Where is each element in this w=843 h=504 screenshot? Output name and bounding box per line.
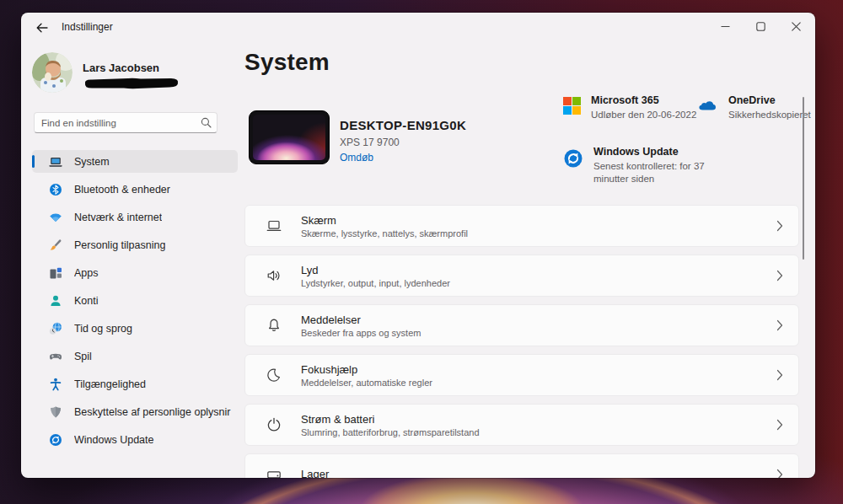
sidebar-item-label: Spil [74, 351, 92, 362]
row-title: Skærm [301, 214, 758, 227]
chevron-right-icon [776, 419, 783, 431]
settings-window: Indstillinger [21, 13, 815, 478]
close-icon [792, 22, 801, 31]
titlebar: Indstillinger [21, 13, 815, 43]
sidebar-item-accounts[interactable]: Konti [32, 289, 238, 312]
row-power-battery[interactable]: Strøm & batteriSlumring, batteriforbrug,… [244, 404, 799, 446]
chevron-right-icon [776, 220, 783, 232]
sidebar-item-label: System [74, 156, 110, 168]
row-subtitle: Slumring, batteriforbrug, strømsparetils… [301, 427, 758, 437]
bluetooth-icon [49, 183, 62, 196]
microsoft-365-card[interactable]: Microsoft 365 Udløber den 20-06-2022 [563, 94, 702, 121]
card-subtitle: Senest kontrolleret: for 37 minutter sid… [593, 160, 711, 185]
storage-icon [266, 466, 282, 478]
row-focus-assist[interactable]: FokushjælpMeddelelser, automatiske regle… [244, 354, 799, 396]
redacted-email [82, 78, 181, 89]
system-laptop-icon [49, 155, 62, 169]
row-title: Meddelelser [301, 314, 758, 326]
card-title: OneDrive [728, 94, 811, 106]
row-notifications[interactable]: MeddelelserBeskeder fra apps og system [244, 304, 799, 346]
sidebar-item-privacy[interactable]: Beskyttelse af personlige oplysnir [32, 400, 238, 423]
microsoft-logo [563, 97, 581, 115]
sidebar-item-personalization[interactable]: Personlig tilpasning [32, 233, 238, 256]
sidebar-item-label: Tilgængelighed [74, 378, 146, 390]
card-title: Microsoft 365 [591, 94, 696, 106]
profile-name: Lars Jacobsen [83, 62, 159, 74]
row-display[interactable]: SkærmSkærme, lysstyrke, nattelys, skærmp… [244, 205, 799, 247]
sidebar-item-time-language[interactable]: Tid og sprog [32, 317, 238, 340]
update-icon [49, 433, 62, 447]
shield-icon [49, 405, 62, 419]
device-name: DESKTOP-EN91G0K [340, 118, 466, 132]
rename-link[interactable]: Omdøb [340, 152, 373, 164]
chevron-right-icon [776, 469, 783, 478]
sidebar-item-accessibility[interactable]: Tilgængelighed [32, 373, 238, 395]
gamepad-icon [49, 350, 62, 363]
device-thumbnail [249, 110, 330, 164]
sidebar-item-label: Apps [74, 267, 99, 279]
sidebar-item-label: Personlig tilpasning [74, 239, 165, 251]
windows-update-icon [563, 148, 583, 169]
window-title: Indstillinger [62, 21, 113, 33]
sidebar-item-label: Netværk & internet [74, 212, 162, 223]
row-subtitle: Meddelelser, automatiske regler [301, 378, 758, 388]
sidebar-item-network[interactable]: Netværk & internet [32, 206, 238, 228]
display-icon [266, 217, 282, 234]
sidebar-item-windows-update[interactable]: Windows Update [32, 428, 238, 451]
search-icon [195, 117, 217, 128]
bell-icon [266, 317, 282, 334]
back-arrow-icon [35, 21, 49, 35]
paintbrush-icon [49, 239, 62, 252]
scrollbar[interactable] [803, 97, 804, 260]
person-icon [49, 294, 62, 308]
sidebar-item-label: Tid og sprog [74, 323, 132, 335]
sidebar-item-label: Beskyttelse af personlige oplysnir [74, 406, 231, 418]
chevron-right-icon [776, 319, 783, 331]
close-button[interactable] [778, 13, 813, 40]
avatar-photo [32, 52, 72, 93]
onedrive-card[interactable]: OneDrive Sikkerhedskopieret [696, 94, 814, 121]
chevron-right-icon [776, 270, 783, 281]
card-title: Windows Update [593, 146, 711, 158]
sidebar: Lars Jacobsen System Bluetooth & enheder [21, 43, 244, 478]
chevron-right-icon [776, 369, 783, 381]
sidebar-item-label: Konti [74, 295, 99, 307]
maximize-button[interactable] [743, 13, 778, 40]
row-sound[interactable]: LydLydstyrker, output, input, lydenheder [244, 255, 799, 297]
apps-grid-icon [49, 266, 62, 280]
search-box [34, 112, 217, 133]
back-button[interactable] [30, 16, 55, 40]
sidebar-nav: System Bluetooth & enheder Netværk & int… [32, 150, 238, 451]
speaker-icon [266, 267, 282, 284]
desktop-wallpaper: { "window": { "title": "Indstillinger", … [0, 0, 843, 504]
active-indicator [32, 155, 35, 168]
wifi-icon [49, 211, 62, 224]
globe-clock-icon [49, 322, 62, 335]
row-storage[interactable]: Lager [244, 453, 799, 478]
minimize-button[interactable] [707, 13, 743, 40]
moon-icon [266, 367, 282, 383]
row-subtitle: Skærme, lysstyrke, nattelys, skærmprofil [301, 228, 758, 239]
minimize-icon [721, 22, 730, 31]
sidebar-item-apps[interactable]: Apps [32, 261, 238, 284]
maximize-icon [756, 22, 765, 31]
sidebar-item-label: Windows Update [74, 434, 154, 446]
row-title: Lyd [301, 264, 758, 276]
row-title: Lager [301, 468, 758, 479]
search-input[interactable] [35, 118, 195, 128]
row-subtitle: Lydstyrker, output, input, lydenheder [301, 278, 758, 288]
avatar[interactable] [32, 52, 72, 93]
windows-update-card[interactable]: Windows Update Senest kontrolleret: for … [563, 146, 711, 185]
row-title: Fokushjælp [301, 363, 758, 376]
power-icon [266, 416, 282, 433]
sidebar-item-system[interactable]: System [32, 150, 238, 173]
page-title: System [244, 49, 330, 76]
settings-list: SkærmSkærme, lysstyrke, nattelys, skærmp… [244, 205, 799, 478]
onedrive-cloud-icon [696, 97, 718, 111]
card-subtitle: Udløber den 20-06-2022 [591, 109, 696, 121]
sidebar-item-bluetooth[interactable]: Bluetooth & enheder [32, 178, 238, 201]
sidebar-item-gaming[interactable]: Spil [32, 345, 238, 367]
card-subtitle: Sikkerhedskopieret [728, 109, 811, 121]
device-model: XPS 17 9700 [340, 137, 400, 148]
accessibility-icon [49, 378, 62, 391]
